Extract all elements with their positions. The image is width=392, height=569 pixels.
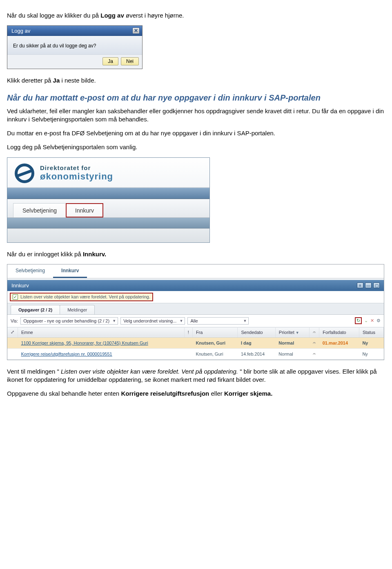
- chevron-down-icon: ▼: [243, 319, 247, 323]
- dialog-body: Er du sikker på at du vil logge deg av?: [7, 36, 142, 54]
- top-tab-selvbetjening[interactable]: Selvbetjening: [7, 264, 53, 278]
- col-priority-flag[interactable]: !: [184, 327, 192, 337]
- top-tab-innkurv[interactable]: Innkurv: [53, 264, 87, 278]
- stale-warning-bar: ✓ Listen over viste objekter kan være fo…: [10, 293, 153, 301]
- col-attachment[interactable]: 𝄐: [310, 327, 319, 337]
- cell-forfall: [319, 348, 359, 359]
- yes-button[interactable]: Ja: [102, 57, 118, 65]
- paragraph: Du mottar en e-post fra DFØ Selvbetjenin…: [7, 129, 385, 137]
- paragraph: Klikk deretter på Ja i neste bilde.: [7, 76, 385, 85]
- cell-status: Ny: [359, 337, 383, 348]
- inner-tab-meldinger[interactable]: Meldinger: [60, 305, 95, 314]
- panel-titlebar-icons: ≡ — ▢: [357, 282, 380, 288]
- menu-icon[interactable]: ≡: [357, 282, 363, 288]
- text: Oppgavene du skal behandle heter enten: [7, 390, 121, 397]
- innkurv-panel-titlebar: Innkurv ≡ — ▢: [7, 280, 384, 291]
- portal-sub-bluebar: [7, 218, 209, 228]
- no-button[interactable]: Nei: [121, 57, 139, 65]
- settings-icon[interactable]: ⚙: [376, 318, 381, 323]
- filter-select-1-value: Oppgaver - nye og under behandling (2 / …: [23, 318, 109, 323]
- filter-icons: ↻ ⌄ ✕ ⚙: [355, 317, 381, 324]
- task-link[interactable]: 1100 Korriger skjema, 95, Honorarer, for…: [21, 341, 148, 345]
- inner-tab-oppgaver[interactable]: Oppgaver (2 / 2): [11, 305, 60, 314]
- heading-level-2: Når du har mottatt e-post om at du har n…: [7, 92, 385, 103]
- paragraph: Oppgavene du skal behandle heter enten K…: [7, 390, 385, 398]
- col-fra[interactable]: Fra: [192, 327, 238, 337]
- panel-title: Innkurv: [11, 282, 29, 289]
- task-link[interactable]: Korrigere reise/utgiftsrefusjon nr. 0000…: [21, 352, 112, 356]
- innkurv-screenshot: Selvbetjening Innkurv Innkurv ≡ — ▢ ✓ Li…: [7, 264, 384, 360]
- paperclip-icon: 𝄐: [313, 340, 316, 346]
- logout-dialog-screenshot: Logg av ✕ Er du sikker på at du vil logg…: [7, 25, 143, 69]
- dialog-message: Er du sikker på at du vil logge deg av?: [13, 43, 96, 49]
- cell-status: Ny: [359, 348, 383, 359]
- portal-brand: Direktoratet for økonomistyring: [7, 158, 209, 188]
- portal-tabs-row: Selvbetjening Innkurv: [7, 199, 209, 218]
- table-row[interactable]: Korrigere reise/utgiftsrefusjon nr. 0000…: [7, 348, 384, 359]
- text-bold: Ja: [53, 77, 60, 84]
- innkurv-top-tabs: Selvbetjening Innkurv: [7, 264, 384, 278]
- text: Når du er innlogget klikk på: [7, 251, 83, 258]
- table-head: ⤢ Emne ! Fra Sendedato Prioritet ▼ 𝄐 For…: [7, 327, 384, 337]
- text-bold: Innkurv.: [83, 251, 106, 258]
- cell-forfall: 01.mar.2014: [319, 337, 359, 348]
- cell-pri: Normal: [275, 337, 309, 348]
- col-status[interactable]: Status: [359, 327, 383, 337]
- col-forfallsdato[interactable]: Forfallsdato: [319, 327, 359, 337]
- text: Vent til meldingen ": [7, 368, 59, 375]
- text-bold: Korriger skjema.: [224, 390, 272, 397]
- table-row[interactable]: 1100 Korriger skjema, 95, Honorarer, for…: [7, 337, 384, 348]
- col-emne[interactable]: Emne: [18, 327, 185, 337]
- portal-header-screenshot: Direktoratet for økonomistyring Selvbetj…: [7, 157, 210, 243]
- filter-select-2[interactable]: Velg underordnet visning... ▼: [120, 317, 185, 325]
- paragraph: Ved uklarheter, feil eller mangler kan s…: [7, 107, 385, 124]
- dialog-title: Logg av: [11, 28, 30, 34]
- cell-fra: Knutsen, Guri: [192, 348, 238, 359]
- tasks-table: ⤢ Emne ! Fra Sendedato Prioritet ▼ 𝄐 For…: [7, 327, 384, 360]
- brand-line1: Direktoratet for: [40, 165, 113, 172]
- portal-spacer: [7, 228, 209, 242]
- col-select[interactable]: ⤢: [7, 327, 18, 337]
- filter-select-2-value: Velg underordnet visning...: [123, 318, 176, 323]
- cell-pri: Normal: [275, 348, 309, 359]
- cell-sendt: 14.feb.2014: [238, 348, 275, 359]
- paragraph: Logg deg på Selvbetjeningsportalen som v…: [7, 143, 385, 151]
- tab-selvbetjening[interactable]: Selvbetjening: [13, 203, 66, 217]
- col-prioritet[interactable]: Prioritet ▼: [275, 327, 309, 337]
- minimize-icon[interactable]: —: [365, 282, 372, 288]
- text-bold: Korrigere reise/utgiftsrefusjon: [121, 390, 209, 397]
- text: Klikk deretter på: [7, 77, 53, 84]
- inner-tabs: Oppgaver (2 / 2) Meldinger: [7, 303, 384, 315]
- tab-innkurv[interactable]: Innkurv: [66, 203, 103, 217]
- text: Når du skal logge av klikker du på: [7, 12, 100, 19]
- checkbox-icon: ✓: [13, 294, 18, 300]
- filter-clear-icon[interactable]: ✕: [370, 318, 374, 323]
- filter-bar: Vis: Oppgaver - nye og under behandling …: [7, 315, 384, 327]
- paperclip-icon: 𝄐: [313, 351, 316, 357]
- brand-text: Direktoratet for økonomistyring: [40, 165, 113, 181]
- filter-select-1[interactable]: Oppgaver - nye og under behandling (2 / …: [20, 317, 118, 325]
- paperclip-icon: 𝄐: [313, 329, 316, 335]
- text: eller: [211, 390, 224, 397]
- chevron-down-icon: ▼: [179, 319, 183, 323]
- chevron-down-icon: ▼: [112, 319, 116, 323]
- paragraph: Når du skal logge av klikker du på Logg …: [7, 11, 385, 20]
- maximize-icon[interactable]: ▢: [373, 282, 380, 288]
- filter-funnel-icon[interactable]: ⌄: [364, 318, 368, 323]
- col-sendedato[interactable]: Sendedato: [238, 327, 275, 337]
- refresh-icon[interactable]: ↻: [355, 317, 362, 324]
- filter-select-3-value: Alle: [190, 318, 198, 323]
- sort-desc-icon: ▼: [296, 331, 299, 335]
- filter-label: Vis:: [11, 318, 18, 323]
- stale-warning-text: Listen over viste objekter kan være fore…: [20, 294, 150, 299]
- paragraph: Når du er innlogget klikk på Innkurv.: [7, 250, 385, 258]
- text: øverst i høyre hjørne.: [126, 12, 184, 19]
- cell-sendt: I dag: [238, 337, 275, 348]
- close-icon[interactable]: ✕: [132, 27, 140, 34]
- filter-select-3[interactable]: Alle ▼: [187, 317, 249, 325]
- cell-fra: Knutsen, Guri: [192, 337, 238, 348]
- portal-bluebar: [7, 188, 209, 199]
- dfoe-logo-icon: [15, 164, 34, 183]
- text: i neste bilde.: [61, 77, 96, 84]
- text-bold: Logg av: [100, 12, 124, 19]
